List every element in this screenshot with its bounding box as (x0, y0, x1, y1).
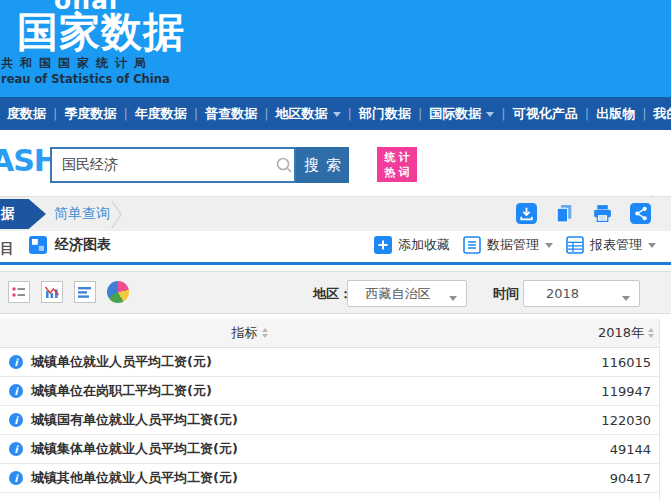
info-icon[interactable]: i (9, 413, 23, 427)
indicator-name: 城镇国有单位就业人员平均工资(元) (31, 411, 238, 429)
print-icon[interactable] (592, 203, 613, 224)
tab-label: 经济图表 (55, 236, 111, 254)
nav-item-label: 出版物 (596, 105, 635, 123)
sort-icon[interactable] (262, 328, 268, 338)
info-icon[interactable]: i (9, 384, 23, 398)
chevron-down-icon (622, 296, 630, 305)
nav-item-label: 地区数据 (276, 105, 328, 123)
time-select[interactable]: 2018 (523, 280, 640, 307)
nav-item-label: 部门数据 (359, 105, 411, 123)
view-switcher (8, 281, 129, 303)
indicator-cell: i 城镇国有单位就业人员平均工资(元) (0, 411, 504, 429)
info-icon[interactable]: i (9, 442, 23, 456)
nav-item-publications[interactable]: 出版物 (589, 105, 642, 123)
region-select[interactable]: 西藏自治区 (347, 280, 467, 307)
table-row[interactable]: i 城镇单位在岗职工平均工资(元) 119947 (0, 377, 659, 406)
nav-item-department[interactable]: 部门数据 (352, 105, 418, 123)
site-header: onal 国家数据 共和国国家统计局 reau of Statistics of… (0, 0, 671, 97)
nav-item-monthly[interactable]: 度数据 (0, 105, 53, 123)
data-manage-button[interactable]: 数据管理 (463, 236, 553, 254)
hot-badge-line2: 热词 (380, 165, 417, 180)
table-grid-icon (566, 236, 584, 254)
nav-item-label: 我的收藏 (654, 105, 671, 123)
indicator-cell: i 城镇单位就业人员平均工资(元) (0, 353, 504, 371)
nav-item-regional[interactable]: 地区数据 (269, 105, 348, 123)
search-box (50, 147, 296, 183)
indicator-cell: i 城镇集体单位就业人员平均工资(元) (0, 440, 504, 458)
value-cell: 119947 (504, 384, 659, 399)
list-view-icon[interactable] (8, 281, 30, 303)
hot-badge-line1: 统计 (380, 150, 417, 165)
share-icon[interactable] (630, 203, 651, 224)
tab-label-fragment[interactable]: 目 (0, 240, 14, 258)
search-section: ASHU 搜索 统计 热词 GDP CPI 总人口 社会消费品零售总额 粮食产量… (0, 130, 671, 196)
info-icon[interactable]: i (9, 355, 23, 369)
tab-bar: 目 经济图表 添加收藏 数据管理 (0, 231, 671, 265)
chevron-down-icon (648, 243, 656, 252)
nav-item-visualization[interactable]: 可视化产品 (506, 105, 585, 123)
indicator-name: 城镇单位就业人员平均工资(元) (31, 353, 212, 371)
breadcrumb-simple-query[interactable]: 简单查询 (54, 197, 110, 231)
time-value: 2018 (546, 286, 579, 301)
filter-bar: 地区： 西藏自治区 时间： 2018 (0, 271, 671, 314)
info-icon[interactable]: i (9, 471, 23, 485)
sort-icon[interactable] (648, 328, 654, 338)
nav-item-label: 国际数据 (429, 105, 481, 123)
search-input[interactable] (52, 157, 274, 173)
nav-item-label: 季度数据 (64, 105, 116, 123)
value-cell: 116015 (504, 355, 659, 370)
indicator-header-label: 指标 (232, 324, 258, 342)
indicator-column-header[interactable]: 指标 (0, 324, 499, 342)
add-favorite-button[interactable]: 添加收藏 (374, 236, 450, 254)
indicator-name: 城镇其他单位就业人员平均工资(元) (31, 469, 238, 487)
nav-item-favorites[interactable]: 我的收藏 (647, 105, 671, 123)
report-manage-button[interactable]: 报表管理 (566, 236, 656, 254)
breadcrumb-tab[interactable]: 据 (0, 199, 46, 229)
pie-chart-icon[interactable] (107, 281, 129, 303)
table-row[interactable]: i 城镇单位就业人员平均工资指数(上年=100) 108.1 (0, 493, 659, 500)
search-button[interactable]: 搜索 (296, 147, 349, 183)
indicator-cell: i 城镇其他单位就业人员平均工资(元) (0, 469, 504, 487)
indicator-cell: i 城镇单位在岗职工平均工资(元) (0, 382, 504, 400)
list-doc-icon (463, 236, 481, 254)
nav-item-label: 度数据 (7, 105, 46, 123)
indicator-name: 城镇集体单位就业人员平均工资(元) (31, 440, 238, 458)
hot-words-badge: 统计 热词 (377, 147, 417, 182)
hot-words: GDP CPI 总人口 社会消费品零售总额 粮食产量 PMI PPI (423, 145, 661, 196)
indicator-name: 城镇单位在岗职工平均工资(元) (31, 382, 212, 400)
chevron-down-icon (449, 296, 457, 305)
table-row[interactable]: i 城镇集体单位就业人员平均工资(元) 49144 (0, 435, 659, 464)
toolbar (516, 203, 651, 224)
year-header-label: 2018年 (598, 324, 644, 342)
bar-line-chart-icon[interactable] (41, 281, 63, 303)
horizontal-bars-icon[interactable] (74, 281, 96, 303)
logo-subtitle-cn: 共和国国家统计局 (1, 55, 153, 72)
nav-item-label: 可视化产品 (513, 105, 578, 123)
download-icon[interactable] (516, 203, 537, 224)
search-icon[interactable] (274, 155, 294, 175)
nav-item-census[interactable]: 普查数据 (198, 105, 264, 123)
breadcrumb-bar: 据 简单查询 (0, 196, 671, 231)
table-row[interactable]: i 城镇国有单位就业人员平均工资(元) 122030 (0, 406, 659, 435)
year-column-header[interactable]: 2018年 (499, 324, 659, 342)
nav-item-label: 普查数据 (205, 105, 257, 123)
plus-icon (374, 236, 392, 254)
data-table: 指标 2018年 i 城镇单位就业人员平均工资(元) 116015 i 城镇单位… (0, 319, 660, 500)
nav-item-quarterly[interactable]: 季度数据 (57, 105, 123, 123)
main-nav: 度数据 | 季度数据 | 年度数据 | 普查数据 | 地区数据 | 部门数据 |… (0, 97, 671, 130)
table-row[interactable]: i 城镇单位就业人员平均工资(元) 116015 (0, 348, 659, 377)
nav-item-annual[interactable]: 年度数据 (128, 105, 194, 123)
tab-economic-charts[interactable]: 经济图表 (29, 236, 111, 254)
nav-item-international[interactable]: 国际数据 (422, 105, 501, 123)
nav-item-label: 年度数据 (135, 105, 187, 123)
data-manage-label: 数据管理 (487, 236, 539, 254)
report-manage-label: 报表管理 (590, 236, 642, 254)
table-row[interactable]: i 城镇其他单位就业人员平均工资(元) 90417 (0, 464, 659, 493)
chevron-down-icon (333, 112, 341, 121)
site-logo[interactable]: 国家数据 (17, 5, 185, 60)
copy-icon[interactable] (554, 203, 575, 224)
action-buttons: 添加收藏 数据管理 报表管理 (374, 236, 656, 254)
chart-grid-icon (29, 236, 47, 254)
chevron-down-icon (545, 243, 553, 252)
value-cell: 90417 (504, 471, 659, 486)
